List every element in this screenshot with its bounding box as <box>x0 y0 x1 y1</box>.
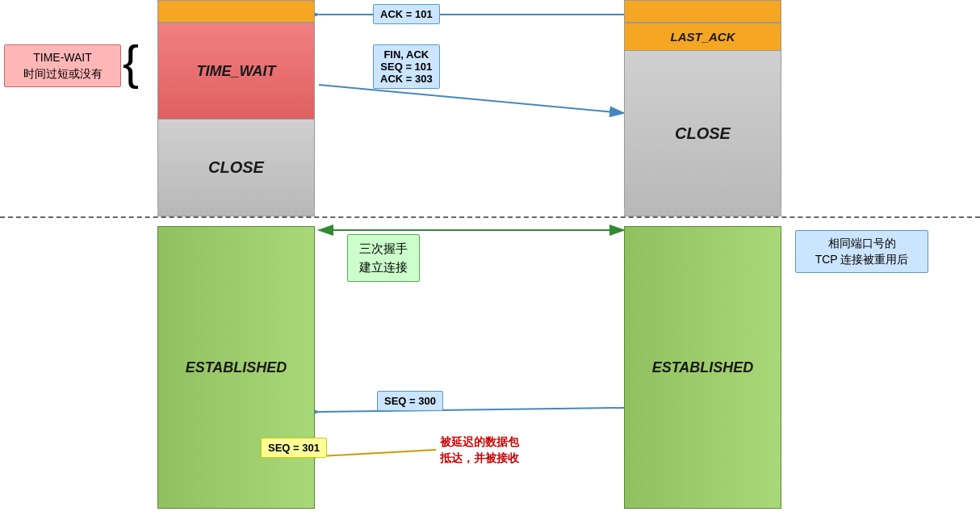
time-wait-label: TIME_WAIT <box>197 63 276 80</box>
close-block-left: CLOSE <box>157 120 315 216</box>
time-wait-brace: { <box>123 39 139 87</box>
handshake-text: 三次握手建立连接 <box>359 241 408 274</box>
time-wait-block: TIME_WAIT <box>157 23 315 120</box>
delayed-packet-text: 被延迟的数据包抵达，并被接收 <box>440 434 519 466</box>
ack-101-box: ACK = 101 <box>373 4 440 24</box>
handshake-label: 三次握手建立连接 <box>347 234 420 282</box>
svg-line-6 <box>319 85 624 113</box>
orange-top-right <box>624 0 781 23</box>
close-block-right: CLOSE <box>624 51 781 216</box>
fin-ack-box: FIN, ACKSEQ = 101ACK = 303 <box>373 44 440 89</box>
right-annotation: 相同端口号的TCP 连接被重用后 <box>795 230 928 273</box>
last-ack-block: LAST_ACK <box>624 23 781 51</box>
established-left-label: ESTABLISHED <box>186 359 287 376</box>
seq-301-text: SEQ = 301 <box>268 442 320 454</box>
section-divider <box>0 216 980 218</box>
time-wait-annotation-text: TIME-WAIT时间过短或没有 <box>23 51 103 80</box>
established-right-block: ESTABLISHED <box>624 226 781 509</box>
close-left-label: CLOSE <box>208 158 264 177</box>
time-wait-annotation: TIME-WAIT时间过短或没有 <box>4 44 121 87</box>
seq-301-box: SEQ = 301 <box>261 438 327 458</box>
orange-top-left <box>157 0 315 23</box>
last-ack-label: LAST_ACK <box>670 30 735 44</box>
ack-101-text: ACK = 101 <box>380 8 433 20</box>
established-right-label: ESTABLISHED <box>652 359 754 376</box>
close-right-label: CLOSE <box>675 124 731 143</box>
established-left-block: ESTABLISHED <box>157 226 315 509</box>
fin-ack-text: FIN, ACKSEQ = 101ACK = 303 <box>380 48 433 85</box>
svg-line-9 <box>319 408 624 412</box>
delayed-packet-label: 被延迟的数据包抵达，并被接收 <box>440 435 519 464</box>
svg-line-10 <box>319 450 436 456</box>
seq-300-box: SEQ = 300 <box>377 391 443 411</box>
right-annotation-text: 相同端口号的TCP 连接被重用后 <box>815 237 909 266</box>
seq-300-text: SEQ = 300 <box>384 395 436 407</box>
